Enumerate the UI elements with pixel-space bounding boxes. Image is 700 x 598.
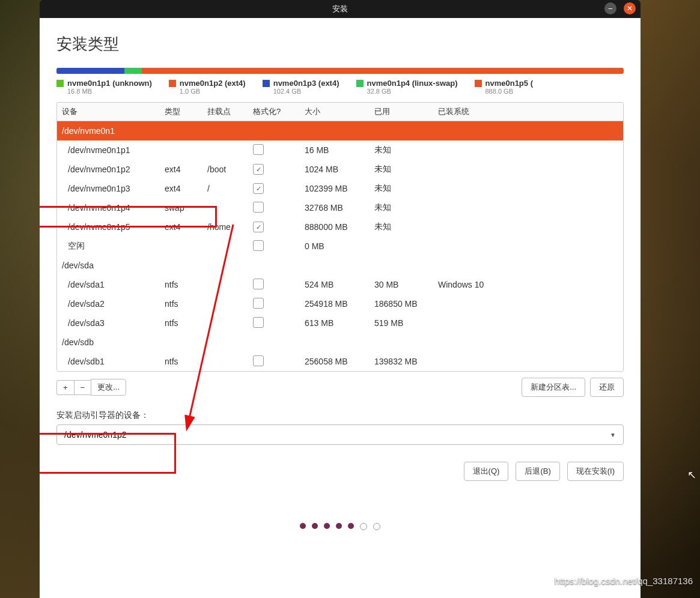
partition-toolbar: + − 更改... 新建分区表... 还原 [56,378,624,397]
col-type: 类型 [160,103,202,121]
dot [373,523,380,530]
format-checkbox[interactable] [253,298,264,309]
legend-size: 1.0 GB [180,88,246,95]
legend-label: nvme0n1p1 (unknown) [67,79,152,88]
partition-row[interactable]: /dev/sda3ntfs613 MB519 MB [57,313,623,333]
add-partition-button[interactable]: + [56,380,74,395]
legend-item: nvme0n1p5 (888.0 GB [475,79,533,95]
progress-dots [56,523,624,530]
titlebar: 安装 ‒ ✕ [40,0,641,18]
disk-legend: nvme0n1p1 (unknown)16.8 MBnvme0n1p2 (ext… [56,79,624,95]
partition-table: 设备 类型 挂载点 格式化? 大小 已用 已装系统 /dev/nvme0n1/d… [56,102,624,372]
col-size: 大小 [300,103,370,121]
format-checkbox[interactable] [253,355,264,366]
partition-row[interactable]: /dev/nvme0n1p116 MB未知 [57,140,623,160]
bootloader-device-value: /dev/nvme0n1p2 [64,430,127,439]
legend-size: 32.8 GB [367,88,458,95]
partition-row[interactable]: /dev/nvme0n1p5ext4/home888000 MB未知 [57,217,623,237]
watermark: https://blog.csdn.net/qq_33187136 [555,576,693,586]
bootloader-label: 安装启动引导器的设备： [56,410,624,421]
installer-window: 安装 ‒ ✕ 安装类型 nvme0n1p1 (unknown)16.8 MBnv… [40,0,641,598]
col-device: 设备 [57,103,160,121]
close-button[interactable]: ✕ [624,2,636,14]
legend-item: nvme0n1p1 (unknown)16.8 MB [56,79,152,95]
legend-item: nvme0n1p2 (ext4)1.0 GB [169,79,246,95]
col-format: 格式化? [248,103,300,121]
col-system: 已装系统 [433,103,623,121]
format-checkbox[interactable] [253,183,264,194]
disk-row[interactable]: /dev/sdb [57,333,623,352]
minimize-button[interactable]: ‒ [604,2,616,14]
new-partition-table-button[interactable]: 新建分区表... [522,378,585,397]
partition-row[interactable]: /dev/sdb1ntfs256058 MB139832 MB [57,352,623,371]
action-row: 退出(Q) 后退(B) 现在安装(I) [56,462,624,481]
col-mount: 挂载点 [202,103,248,121]
disk-row[interactable]: /dev/sda [57,256,623,275]
format-checkbox[interactable] [253,164,264,175]
format-checkbox[interactable] [253,279,264,289]
format-checkbox[interactable] [253,222,264,232]
dot [336,523,342,529]
partition-row[interactable]: /dev/nvme0n1p2ext4/boot1024 MB未知 [57,160,623,179]
legend-label: nvme0n1p4 (linux-swap) [367,79,458,88]
partition-row[interactable]: /dev/sda2ntfs254918 MB186850 MB [57,294,623,313]
format-checkbox[interactable] [253,202,264,213]
table-header-row: 设备 类型 挂载点 格式化? 大小 已用 已装系统 [57,103,623,121]
legend-item: nvme0n1p4 (linux-swap)32.8 GB [356,79,458,95]
partition-row[interactable]: 空闲0 MB [57,237,623,256]
mouse-cursor-icon: ↖ [687,468,696,482]
window-title: 安装 [332,4,348,14]
col-used: 已用 [370,103,433,121]
bootloader-device-combo[interactable]: /dev/nvme0n1p2 ▼ [56,424,624,445]
dot [348,523,354,529]
legend-label: nvme0n1p3 (ext4) [273,79,339,88]
dot [360,523,367,530]
legend-label: nvme0n1p2 (ext4) [180,79,246,88]
legend-size: 16.8 MB [67,88,152,95]
disk-usage-bar [56,68,624,74]
revert-button[interactable]: 还原 [590,378,624,397]
partition-row[interactable]: /dev/sda1ntfs524 MB30 MBWindows 10 [57,275,623,294]
install-now-button[interactable]: 现在安装(I) [567,462,624,481]
legend-size: 102.4 GB [273,88,339,95]
partition-row[interactable]: /dev/nvme0n1p3ext4/102399 MB未知 [57,179,623,198]
disk-row[interactable]: /dev/nvme0n1 [57,121,623,141]
dot [312,523,318,529]
remove-partition-button[interactable]: − [74,380,91,395]
format-checkbox[interactable] [253,240,264,251]
format-checkbox[interactable] [253,144,264,155]
legend-size: 888.0 GB [485,88,533,95]
chevron-down-icon: ▼ [610,432,616,438]
back-button[interactable]: 后退(B) [516,462,559,481]
dot [324,523,330,529]
dot [300,523,306,529]
format-checkbox[interactable] [253,317,264,328]
quit-button[interactable]: 退出(Q) [464,462,509,481]
partition-row[interactable]: /dev/nvme0n1p4swap32768 MB未知 [57,198,623,217]
change-partition-button[interactable]: 更改... [91,379,126,396]
page-title: 安装类型 [56,34,624,55]
installer-panel: 安装类型 nvme0n1p1 (unknown)16.8 MBnvme0n1p2… [40,18,641,598]
legend-label: nvme0n1p5 ( [485,79,533,88]
legend-item: nvme0n1p3 (ext4)102.4 GB [263,79,339,95]
